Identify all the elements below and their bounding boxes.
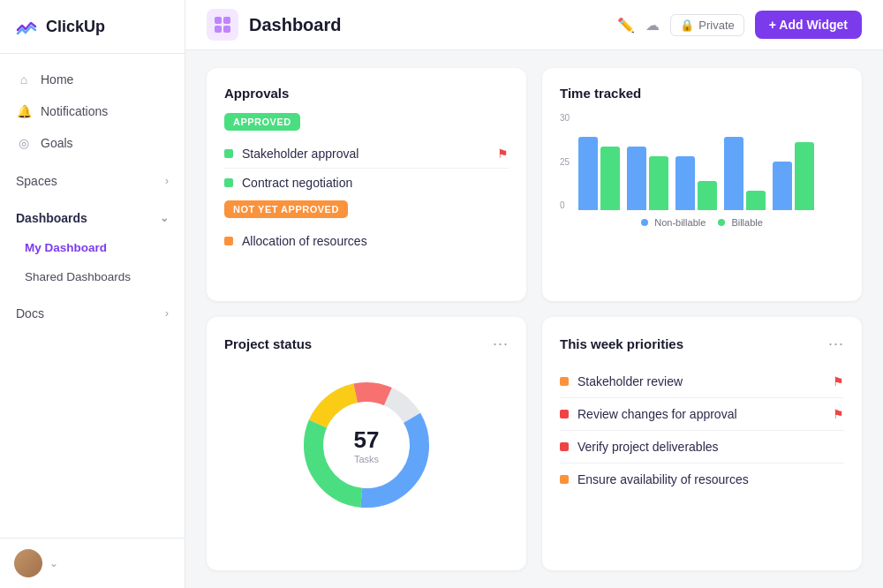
priorities-card: This week priorities ··· Stakeholder rev…: [542, 317, 862, 570]
bar-blue-4: [724, 137, 743, 210]
y-label-0: 0: [560, 200, 570, 210]
sidebar-item-goals-label: Goals: [41, 136, 73, 150]
bell-icon: 🔔: [16, 103, 32, 119]
approval-item-contract: Contract negotiation: [224, 169, 509, 197]
target-icon: ◎: [16, 135, 32, 151]
priority-dot-3: [560, 475, 569, 484]
sidebar-item-notifications-label: Notifications: [41, 104, 108, 118]
bar-group-4: [724, 137, 766, 210]
priority-dot-2: [560, 442, 569, 451]
priorities-more-button[interactable]: ···: [828, 335, 844, 353]
privacy-badge[interactable]: 🔒 Private: [670, 14, 743, 36]
approval-item-stakeholder: Stakeholder approval ⚑: [224, 139, 509, 169]
sidebar-item-notifications[interactable]: 🔔 Notifications: [7, 96, 177, 126]
spaces-chevron-icon: ›: [165, 175, 169, 187]
sidebar-item-docs[interactable]: Docs ›: [7, 299, 177, 328]
dashboard-grid: Approvals APPROVED Stakeholder approval …: [185, 50, 883, 588]
topbar: Dashboard ✏️ ☁ 🔒 Private + Add Widget: [185, 0, 883, 50]
approved-badge: APPROVED: [224, 113, 300, 131]
project-status-title: Project status: [224, 336, 312, 351]
avatar-image: [14, 549, 42, 577]
share-icon[interactable]: ☁: [645, 17, 660, 34]
chart-legend: Non-billable Billable: [560, 217, 844, 228]
priorities-list: Stakeholder review ⚑ Review changes for …: [560, 366, 844, 495]
sidebar-bottom: ⌄: [0, 538, 185, 588]
docs-chevron-icon: ›: [165, 307, 169, 320]
flag-icon-1: ⚑: [497, 147, 509, 161]
priority-item-2: Verify project deliverables: [560, 431, 844, 464]
bar-group-5: [773, 142, 814, 210]
bar-blue-1: [578, 137, 598, 210]
home-icon: ⌂: [16, 72, 32, 87]
priority-label-0: Stakeholder review: [577, 374, 683, 388]
bar-blue-3: [675, 156, 695, 210]
legend-dot-green: [718, 219, 725, 226]
priority-item-1: Review changes for approval ⚑: [560, 398, 844, 431]
green-dot-2: [224, 178, 233, 187]
sidebar-item-spaces[interactable]: Spaces ›: [7, 167, 177, 195]
y-axis: 30 25 0: [560, 113, 570, 210]
sidebar-item-home-label: Home: [41, 72, 73, 87]
bar-group-2: [627, 147, 668, 210]
project-status-card: Project status ···: [207, 317, 526, 570]
sidebar-item-home[interactable]: ⌂ Home: [7, 64, 177, 94]
priority-dot-1: [560, 410, 569, 418]
sidebar-docs-label: Docs: [16, 306, 44, 320]
sidebar-nav: ⌂ Home 🔔 Notifications ◎ Goals Spaces › …: [0, 54, 185, 538]
donut-center: 57 Tasks: [354, 426, 380, 464]
topbar-actions: ✏️ ☁ 🔒 Private + Add Widget: [617, 11, 862, 39]
docs-section: Docs ›: [7, 299, 177, 328]
bar-green-2: [649, 156, 668, 210]
sidebar-spaces-label: Spaces: [16, 174, 57, 188]
priority-label-3: Ensure availability of resources: [577, 472, 749, 486]
bar-green-5: [795, 142, 814, 210]
svg-rect-0: [215, 17, 222, 24]
y-label-25: 25: [560, 157, 570, 167]
donut-chart: 57 Tasks: [296, 374, 437, 516]
bar-blue-5: [773, 162, 792, 210]
approval-label-allocation: Allocation of resources: [242, 234, 367, 248]
sidebar-my-dashboard-label: My Dashboard: [25, 241, 107, 254]
priorities-header: This week priorities ···: [560, 335, 844, 353]
main-content: Dashboard ✏️ ☁ 🔒 Private + Add Widget Ap…: [185, 0, 883, 588]
bar-group-1: [578, 137, 620, 210]
approval-label-contract: Contract negotiation: [242, 176, 352, 190]
bar-groups: [578, 113, 814, 210]
project-status-more-button[interactable]: ···: [493, 335, 509, 353]
sidebar-item-goals[interactable]: ◎ Goals: [7, 128, 177, 158]
sidebar-item-shared-dashboards[interactable]: Shared Dashboards: [7, 263, 177, 290]
logo-text: ClickUp: [46, 18, 105, 36]
legend-billable-label: Billable: [731, 217, 762, 228]
privacy-label: Private: [698, 19, 734, 32]
spaces-section: Spaces ›: [7, 167, 177, 195]
orange-dot-1: [224, 237, 233, 245]
priorities-title: This week priorities: [560, 336, 683, 351]
not-approved-badge: NOT YET APPROVED: [224, 200, 348, 218]
page-title: Dashboard: [249, 15, 607, 35]
priority-flag-1: ⚑: [833, 407, 844, 421]
approvals-card: Approvals APPROVED Stakeholder approval …: [207, 68, 526, 301]
svg-rect-1: [223, 17, 230, 24]
add-widget-button[interactable]: + Add Widget: [755, 11, 862, 39]
sidebar-shared-label: Shared Dashboards: [25, 270, 131, 283]
lock-icon: 🔒: [680, 19, 694, 32]
sidebar-item-my-dashboard[interactable]: My Dashboard: [7, 234, 177, 261]
sidebar-item-dashboards[interactable]: Dashboards ⌄: [7, 204, 177, 232]
sidebar: ClickUp ⌂ Home 🔔 Notifications ◎ Goals S…: [0, 0, 185, 588]
approvals-approved-list: Stakeholder approval ⚑ Contract negotiat…: [224, 139, 509, 197]
bar-green-3: [698, 181, 717, 210]
bar-blue-2: [627, 147, 646, 210]
time-tracked-title: Time tracked: [560, 86, 844, 101]
edit-icon[interactable]: ✏️: [617, 17, 635, 34]
legend-non-billable-label: Non-billable: [654, 217, 706, 228]
green-dot-1: [224, 149, 233, 158]
priority-flag-0: ⚑: [833, 374, 844, 388]
priority-dot-0: [560, 377, 569, 386]
svg-rect-2: [215, 26, 222, 33]
user-avatar[interactable]: [14, 549, 42, 577]
logo-icon: [14, 14, 39, 39]
legend-billable: Billable: [718, 217, 763, 228]
approvals-pending-list: Allocation of resources: [224, 227, 509, 255]
priority-item-0: Stakeholder review ⚑: [560, 366, 844, 398]
bar-group-3: [675, 156, 717, 210]
